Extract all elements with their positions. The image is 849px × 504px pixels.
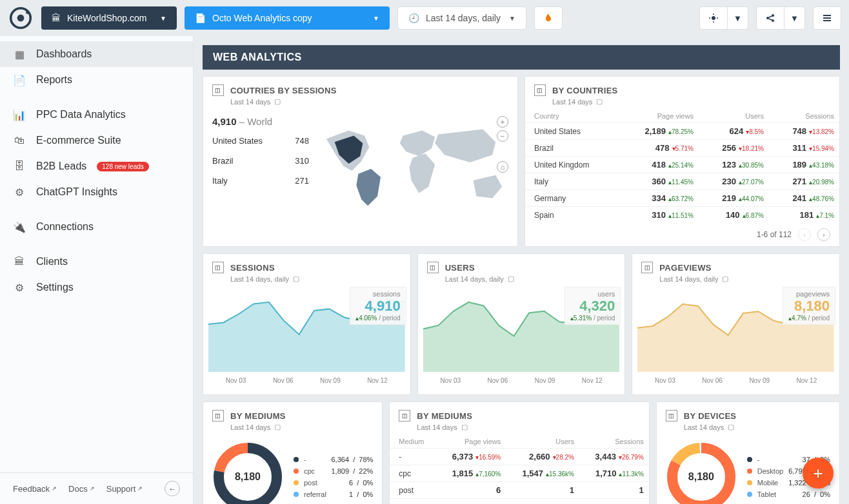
pager-next[interactable]: › — [817, 228, 830, 241]
svg-point-1 — [17, 15, 25, 22]
chevron-down-icon: ▼ — [373, 15, 379, 22]
calendar-icon: ▢ — [596, 97, 603, 106]
nav-item[interactable]: 🔌 Connections — [0, 214, 193, 240]
share-button[interactable] — [756, 6, 784, 30]
nav-icon: 📊 — [13, 108, 26, 121]
report-selector-label: Octo Web Analytics copy — [212, 13, 312, 23]
chart-icon: ◫ — [534, 84, 546, 96]
content: WEB ANALYTICS ◫COUTRIES BY SESSIONS Last… — [194, 36, 849, 504]
flame-button[interactable] — [534, 6, 563, 30]
nav-icon: 🏛 — [13, 255, 26, 268]
svg-line-11 — [769, 16, 772, 17]
sidebar: ▦ Dashboards 📄 Reports 📊 PPC Data Analyt… — [0, 36, 194, 504]
nav-item[interactable]: 📊 PPC Data Analytics — [0, 102, 193, 128]
card-countries-sessions: ◫COUTRIES BY SESSIONS Last 14 days▢ 4,91… — [203, 76, 518, 247]
chevron-down-icon: ▼ — [509, 15, 515, 22]
table-row[interactable]: United States 2,189▴78.25% 624▾8.5% 748▾… — [525, 123, 839, 140]
daterange-label: Last 14 days, daily — [426, 13, 501, 23]
chart-summary: users 4,320 ▴5.31% / period — [564, 287, 621, 325]
table-row[interactable]: post 6 1 1 — [390, 482, 648, 499]
chart-icon: ◫ — [212, 84, 224, 96]
footer-feedback[interactable]: Feedback↗ — [13, 484, 57, 494]
chart-summary: sessions 4,910 ▴4.06% / period — [350, 287, 406, 325]
country-row[interactable]: Italy271 — [212, 173, 309, 188]
table-row[interactable]: United Kingdom 418▴25.14% 123▴30.85% 189… — [525, 157, 839, 173]
nav-icon: ⚙ — [13, 186, 26, 199]
nav-item[interactable]: 📄 Reports — [0, 67, 193, 93]
legend-row: post 6 / 0% — [294, 477, 373, 489]
table-row[interactable]: Brazil 478▾5.71% 256▾18.21% 311▾15.94% — [525, 140, 839, 157]
legend-row: Tablet 26 / 0% — [747, 489, 830, 500]
theme-group: ▼ — [699, 6, 748, 30]
nav-icon: 🗄 — [13, 160, 26, 173]
world-map[interactable] — [317, 116, 508, 213]
table-row[interactable]: cpc 1,815▴7,160% 1,547▴15.36k% 1,710▴11.… — [390, 465, 648, 482]
card-by-mediums-donut: ◫BY MEDIUMS Last 14 days▢ 8,180 - 6,364 … — [203, 402, 383, 504]
app-logo — [8, 5, 34, 31]
daterange-selector[interactable]: 🕘 Last 14 days, daily ▼ — [397, 6, 526, 30]
fab-add[interactable]: + — [803, 458, 834, 489]
country-row[interactable]: United States748 — [212, 133, 309, 148]
table-row[interactable]: referral 1 1 1 — [390, 499, 648, 505]
nav-item[interactable]: ▦ Dashboards — [0, 41, 193, 67]
calendar-icon: ▢ — [274, 97, 281, 106]
share-dropdown[interactable]: ▼ — [784, 6, 805, 30]
site-selector-label: KiteWorldShop.com — [67, 13, 146, 23]
theme-button[interactable] — [699, 6, 728, 30]
nav-list: ▦ Dashboards 📄 Reports 📊 PPC Data Analyt… — [0, 36, 193, 472]
chart-icon: ◫ — [666, 410, 677, 422]
nav-item[interactable]: ⚙ ChatGPT Insights — [0, 179, 193, 205]
legend-row: referral 1 / 0% — [294, 489, 373, 500]
table-row[interactable]: - 6,373▾16.59% 2,660▾28.2% 3,443▾26.79% — [390, 449, 648, 465]
nav-icon: 🔌 — [13, 220, 26, 233]
share-group: ▼ — [756, 6, 805, 30]
legend-row: cpc 1,809 / 22% — [294, 465, 373, 477]
table-row[interactable]: Germany 334▴63.72% 219▴44.07% 241▴48.76% — [525, 190, 839, 207]
map-zoom-in[interactable]: + — [497, 116, 508, 128]
nav-badge: 128 new leads — [97, 162, 149, 171]
chevron-down-icon: ▼ — [160, 15, 166, 22]
pager-prev[interactable]: ‹ — [798, 228, 811, 241]
map-zoom-out[interactable]: − — [497, 130, 508, 142]
theme-dropdown[interactable]: ▼ — [728, 6, 748, 30]
country-row[interactable]: Brazil310 — [212, 153, 309, 168]
card-by-devices: ◫BY DEVICES Last 14 days▢ 8,180 - 37 / 0… — [656, 402, 840, 504]
card-sessions_chart: ◫SESSIONS Last 14 days, daily▢ sessions … — [203, 253, 411, 395]
clock-icon: 🕘 — [408, 13, 419, 23]
donut-chart[interactable]: 8,180 — [666, 441, 737, 504]
section-header: WEB ANALYTICS — [203, 45, 840, 70]
nav-item[interactable]: 🗄 B2B Leads 128 new leads — [0, 153, 193, 179]
map-home[interactable]: ⌂ — [497, 161, 508, 173]
bank-icon: 🏛 — [52, 13, 61, 23]
nav-icon: ⚙ — [13, 281, 26, 294]
svg-point-3 — [712, 16, 715, 20]
donut-chart[interactable]: 8,180 — [212, 441, 283, 504]
svg-point-2 — [26, 10, 29, 14]
nav-item[interactable]: 🏛 Clients — [0, 249, 193, 275]
report-selector[interactable]: 📄 Octo Web Analytics copy ▼ — [185, 6, 390, 30]
topbar: 🏛 KiteWorldShop.com ▼ 📄 Octo Web Analyti… — [0, 0, 849, 36]
nav-icon: ▦ — [13, 48, 26, 61]
footer-docs[interactable]: Docs↗ — [68, 484, 95, 494]
nav-icon: 🛍 — [13, 134, 26, 147]
sidebar-collapse[interactable]: ← — [165, 481, 180, 496]
card-users_chart: ◫USERS Last 14 days, daily▢ users 4,320 … — [417, 253, 626, 395]
svg-line-12 — [769, 19, 772, 20]
sidebar-footer: Feedback↗ Docs↗ Support↗ ← — [0, 472, 193, 504]
chart-icon: ◫ — [399, 410, 410, 422]
footer-support[interactable]: Support↗ — [106, 484, 143, 494]
table-row[interactable]: Italy 360▴11.45% 230▴27.07% 271▴20.98% — [525, 173, 839, 190]
legend-row: - 6,364 / 78% — [294, 454, 373, 465]
menu-button[interactable] — [813, 6, 841, 30]
nav-icon: 📄 — [13, 73, 26, 86]
card-by-countries: ◫BY COUNTRIES Last 14 days▢ CountryPage … — [524, 76, 840, 247]
site-selector[interactable]: 🏛 KiteWorldShop.com ▼ — [41, 6, 177, 30]
nav-item[interactable]: 🛍 E-commerce Suite — [0, 128, 193, 153]
chart-icon: ◫ — [212, 410, 224, 422]
nav-item[interactable]: ⚙ Settings — [0, 275, 193, 300]
table-row[interactable]: Spain 310▴11.51% 140▴6.87% 181▴7.1% — [525, 207, 839, 224]
card-by-mediums-table: ◫BY MEDIUMS Last 14 days▢ MediumPage vie… — [389, 402, 649, 504]
chart-summary: pageviews 8,180 ▴4.7% / period — [783, 287, 835, 325]
card-pageviews_chart: ◫PAGEVIEWS Last 14 days, daily▢ pageview… — [632, 253, 840, 395]
document-icon: 📄 — [195, 13, 206, 23]
